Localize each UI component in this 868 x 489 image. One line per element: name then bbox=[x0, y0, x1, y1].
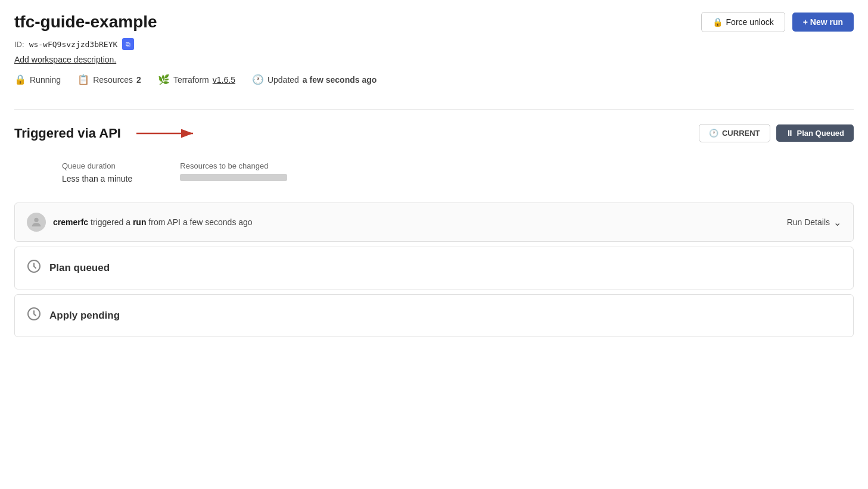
resources-changed-stat: Resources to be changed bbox=[180, 161, 287, 183]
run-event-left: cremerfc triggered a run from API a few … bbox=[27, 213, 253, 232]
event-text-end: from API a few seconds ago bbox=[148, 217, 252, 227]
status-item: 🔒 Running bbox=[14, 74, 61, 85]
updated-time: a few seconds ago bbox=[303, 75, 377, 85]
add-workspace-description-link[interactable]: Add workspace description. bbox=[14, 55, 116, 64]
apply-pending-icon bbox=[27, 307, 41, 325]
avatar bbox=[27, 213, 46, 232]
workspace-id-row: ID: ws-wFQ9svzjzd3bREYK ⧉ bbox=[14, 38, 854, 50]
run-title: Triggered via API bbox=[14, 126, 121, 141]
event-text-mid: triggered a bbox=[91, 217, 133, 227]
resources-icon: 📋 bbox=[77, 74, 89, 85]
queue-duration-stat: Queue duration Less than a minute bbox=[62, 161, 132, 183]
run-title-area: Triggered via API bbox=[14, 126, 202, 141]
plan-queued-icon bbox=[27, 259, 41, 277]
header-actions: 🔒 Force unlock + New run bbox=[701, 12, 854, 32]
plan-queued-card: Plan queued bbox=[14, 247, 854, 289]
plan-queued-label: Plan queued bbox=[49, 262, 110, 274]
meta-row: 🔒 Running 📋 Resources 2 🌿 Terraform v1.6… bbox=[14, 74, 854, 85]
copy-icon[interactable]: ⧉ bbox=[122, 38, 134, 50]
svg-point-2 bbox=[34, 218, 38, 222]
resources-item: 📋 Resources 2 bbox=[77, 74, 141, 85]
section-divider bbox=[14, 109, 854, 110]
id-label: ID: bbox=[14, 40, 24, 49]
workspace-id-value: ws-wFQ9svzjzd3bREYK bbox=[29, 40, 118, 49]
resources-count: 2 bbox=[136, 75, 141, 85]
run-details-link[interactable]: Run Details ⌄ bbox=[787, 217, 841, 228]
terraform-icon: 🌿 bbox=[158, 74, 170, 85]
chevron-down-icon: ⌄ bbox=[833, 217, 841, 228]
apply-pending-label: Apply pending bbox=[49, 310, 120, 322]
header-row: tfc-guide-example 🔒 Force unlock + New r… bbox=[14, 12, 854, 32]
resources-changed-label: Resources to be changed bbox=[180, 161, 287, 170]
arrow-indicator bbox=[130, 126, 202, 141]
queue-duration-label: Queue duration bbox=[62, 161, 132, 170]
run-event-text: cremerfc triggered a run from API a few … bbox=[53, 217, 253, 227]
new-run-button[interactable]: + New run bbox=[792, 13, 854, 32]
apply-pending-card: Apply pending bbox=[14, 294, 854, 337]
terraform-item: 🌿 Terraform v1.6.5 bbox=[158, 74, 235, 85]
pause-icon: ⏸ bbox=[786, 129, 794, 138]
stats-row: Queue duration Less than a minute Resour… bbox=[14, 161, 854, 183]
queue-duration-value: Less than a minute bbox=[62, 174, 132, 183]
terraform-version-link[interactable]: v1.6.5 bbox=[213, 75, 235, 85]
lock-icon: 🔒 bbox=[713, 17, 723, 27]
current-badge: 🕐 CURRENT bbox=[699, 124, 770, 142]
current-clock-icon: 🕐 bbox=[709, 129, 718, 138]
updated-icon: 🕐 bbox=[252, 74, 264, 85]
event-run-word: run bbox=[133, 217, 147, 227]
lock-status-icon: 🔒 bbox=[14, 74, 26, 85]
updated-item: 🕐 Updated a few seconds ago bbox=[252, 74, 377, 85]
force-unlock-button[interactable]: 🔒 Force unlock bbox=[701, 12, 785, 32]
status-label: Running bbox=[30, 75, 61, 85]
workspace-title: tfc-guide-example bbox=[14, 13, 157, 32]
event-username: cremerfc bbox=[53, 217, 88, 227]
plan-queued-badge[interactable]: ⏸ Plan Queued bbox=[776, 124, 854, 142]
run-header-row: Triggered via API 🕐 CURRENT ⏸ Plan Queue… bbox=[14, 124, 854, 142]
run-event-card: cremerfc triggered a run from API a few … bbox=[14, 203, 854, 242]
resources-changed-placeholder bbox=[180, 174, 287, 181]
run-status-area: 🕐 CURRENT ⏸ Plan Queued bbox=[699, 124, 854, 142]
